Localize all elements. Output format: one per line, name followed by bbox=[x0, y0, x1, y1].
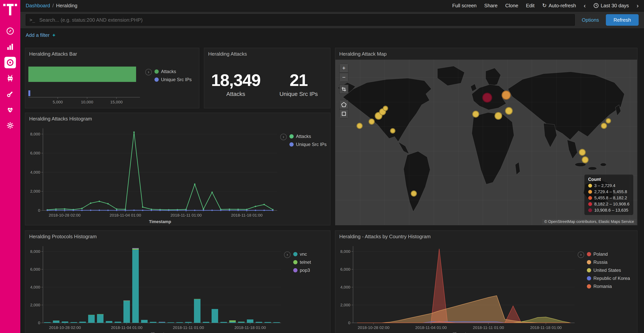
draw-rectangle-button[interactable] bbox=[339, 109, 348, 118]
svg-text:2,000: 2,000 bbox=[340, 303, 350, 307]
svg-text:0: 0 bbox=[348, 320, 350, 325]
time-prev-icon[interactable]: ‹ bbox=[584, 3, 586, 9]
legend-item-united-states[interactable]: United States bbox=[587, 268, 630, 273]
zoom-out-button[interactable]: − bbox=[339, 73, 348, 82]
legend-collapse-icon[interactable]: › bbox=[280, 134, 287, 140]
svg-text:15,000: 15,000 bbox=[110, 100, 122, 104]
legend-item-attacks[interactable]: Attacks bbox=[154, 69, 192, 74]
legend-item-republic-of-korea[interactable]: Republic of Korea bbox=[587, 276, 630, 281]
panel-title-attacks-bar[interactable]: Heralding Attacks Bar bbox=[25, 48, 199, 60]
search-input-wrap: >_ bbox=[26, 14, 575, 26]
clone-button[interactable]: Clone bbox=[505, 3, 518, 9]
map-controls: + − bbox=[339, 64, 348, 118]
refresh-button[interactable]: Refresh bbox=[606, 14, 639, 26]
svg-text:Timestamp: Timestamp bbox=[149, 219, 171, 224]
compass-icon[interactable] bbox=[4, 25, 16, 37]
pentagon-icon bbox=[341, 102, 346, 107]
crop-icon bbox=[341, 87, 346, 92]
heartbeat-icon[interactable] bbox=[4, 104, 16, 116]
svg-text:Timestamp: Timestamp bbox=[151, 332, 173, 333]
attack-location-dot[interactable] bbox=[482, 93, 492, 103]
legend-item-pop3[interactable]: pop3 bbox=[293, 268, 311, 273]
search-input[interactable] bbox=[38, 17, 574, 24]
clock-icon bbox=[594, 3, 599, 8]
map-legend-row: 10,908.6 – 13,635 bbox=[588, 208, 630, 213]
country-histogram-canvas[interactable]: 02,0004,0006,0008,0002018-10-28 02:00201… bbox=[336, 242, 578, 333]
panel-heralding-attacks-histogram: Heralding Attacks Histogram 02,0004,0006… bbox=[25, 113, 330, 225]
panel-title-attacks-metric[interactable]: Heralding Attacks bbox=[204, 48, 330, 60]
bar-chart-icon[interactable] bbox=[4, 41, 16, 53]
draw-polygon-button[interactable] bbox=[339, 100, 348, 109]
svg-text:2,000: 2,000 bbox=[30, 189, 40, 193]
share-button[interactable]: Share bbox=[484, 3, 498, 9]
legend-collapse-icon[interactable]: › bbox=[578, 251, 584, 258]
refresh-icon: ↻ bbox=[542, 3, 547, 8]
legend-item-romania[interactable]: Romania bbox=[587, 284, 630, 289]
map-legend-row: 2,729.4 – 5,455.8 bbox=[588, 189, 630, 194]
attack-location-dot[interactable] bbox=[411, 190, 417, 197]
svg-text:2018-10-28 02:00: 2018-10-28 02:00 bbox=[49, 325, 81, 330]
fullscreen-button[interactable]: Full screen bbox=[452, 3, 476, 9]
svg-text:4,000: 4,000 bbox=[30, 285, 40, 289]
robot-icon[interactable] bbox=[4, 73, 16, 84]
panel-title-attacks-by-country[interactable]: Heralding - Attacks by Country Histogram bbox=[336, 231, 637, 242]
svg-text:2018-11-18 01:00: 2018-11-18 01:00 bbox=[234, 325, 266, 330]
svg-text:2018-11-04 01:00: 2018-11-04 01:00 bbox=[415, 325, 447, 330]
svg-text:6,000: 6,000 bbox=[30, 267, 40, 271]
map-legend-row: 5,455.8 – 8,182.2 bbox=[588, 195, 630, 200]
legend-item-poland[interactable]: Poland bbox=[587, 251, 630, 257]
wrench-icon[interactable] bbox=[4, 88, 16, 100]
attack-location-dot[interactable] bbox=[606, 118, 611, 124]
panel-heralding-protocols-histogram: Heralding Protocols Histogram 02,0004,00… bbox=[25, 230, 330, 333]
legend-collapse-icon[interactable]: › bbox=[284, 251, 290, 258]
svg-text:0: 0 bbox=[38, 320, 40, 325]
add-filter-plus-icon[interactable]: + bbox=[52, 32, 56, 38]
country-histogram-legend: › PolandRussiaUnited StatesRepublic of K… bbox=[578, 242, 637, 333]
filter-bar: Add a filter + bbox=[20, 29, 644, 42]
gear-icon[interactable] bbox=[4, 120, 16, 131]
attack-location-dot[interactable] bbox=[383, 106, 388, 111]
attack-location-dot[interactable] bbox=[390, 128, 396, 134]
legend-item-unique-src-ips[interactable]: Unique Src IPs bbox=[290, 142, 326, 147]
attack-location-dot[interactable] bbox=[582, 156, 588, 163]
panel-title-attack-map[interactable]: Heralding Attack Map bbox=[336, 48, 637, 60]
attack-location-dot[interactable] bbox=[505, 107, 513, 115]
attack-location-dot[interactable] bbox=[472, 111, 479, 118]
panel-heralding-attacks-metric: Heralding Attacks 18,349 Attacks 21 Uniq… bbox=[204, 48, 330, 108]
world-map[interactable]: + − bbox=[336, 60, 637, 225]
protocols-histogram-canvas[interactable]: 02,0004,0006,0008,0002018-10-28 02:00201… bbox=[25, 242, 284, 333]
svg-text:Timestamp: Timestamp bbox=[453, 332, 475, 333]
attacks-bar-chart-canvas[interactable]: 5,00010,00015,000 bbox=[25, 60, 145, 108]
attack-location-dot[interactable] bbox=[368, 119, 375, 125]
add-filter-link[interactable]: Add a filter bbox=[26, 32, 50, 38]
svg-text:4,000: 4,000 bbox=[30, 170, 40, 174]
auto-refresh-button[interactable]: ↻ Auto-refresh bbox=[542, 3, 576, 9]
panel-heralding-attacks-by-country: Heralding - Attacks by Country Histogram… bbox=[335, 230, 638, 333]
legend-item-vnc[interactable]: vnc bbox=[293, 251, 311, 257]
svg-text:6,000: 6,000 bbox=[30, 151, 40, 155]
breadcrumb-dashboard-link[interactable]: Dashboard bbox=[26, 3, 50, 9]
options-link[interactable]: Options bbox=[582, 17, 599, 23]
legend-item-russia[interactable]: Russia bbox=[587, 259, 630, 265]
attack-location-dot[interactable] bbox=[356, 123, 363, 129]
legend-item-telnet[interactable]: telnet bbox=[293, 259, 311, 265]
telekom-t-logo[interactable] bbox=[3, 4, 17, 18]
time-range-picker[interactable]: Last 30 days bbox=[594, 3, 629, 9]
attack-location-dot[interactable] bbox=[601, 123, 607, 129]
unique-src-ips-metric: 21 Unique Src IPs bbox=[267, 70, 330, 97]
attack-location-dot[interactable] bbox=[494, 112, 502, 120]
fit-bounds-button[interactable] bbox=[339, 85, 348, 94]
map-attribution: © OpenStreetMap contributors, Elastic Ma… bbox=[542, 219, 636, 224]
attack-location-dot[interactable] bbox=[502, 91, 511, 100]
attacks-histogram-canvas[interactable]: 02,0004,0006,0008,0002018-10-28 02:00201… bbox=[25, 125, 280, 225]
legend-item-attacks[interactable]: Attacks bbox=[290, 134, 326, 139]
legend-collapse-icon[interactable]: › bbox=[145, 69, 152, 75]
edit-button[interactable]: Edit bbox=[526, 3, 534, 9]
panel-title-protocols-histogram[interactable]: Heralding Protocols Histogram bbox=[25, 231, 330, 242]
zoom-in-button[interactable]: + bbox=[339, 64, 348, 73]
panel-title-attacks-histogram[interactable]: Heralding Attacks Histogram bbox=[25, 113, 330, 125]
target-icon-active[interactable] bbox=[4, 57, 16, 68]
time-next-icon[interactable]: › bbox=[636, 3, 639, 9]
attack-location-dot[interactable] bbox=[579, 149, 586, 156]
legend-item-unique-src-ips[interactable]: Unique Src IPs bbox=[154, 77, 192, 82]
